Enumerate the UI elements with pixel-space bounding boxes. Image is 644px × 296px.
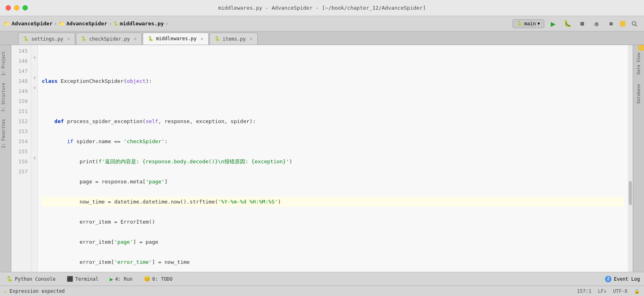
terminal-button[interactable]: ⬛ Terminal	[64, 275, 101, 283]
status-bar: ⚠ Expression expected 157:1 LF↕ UTF-8 🔒	[0, 286, 644, 296]
line-num-152: 152	[11, 116, 28, 126]
line-num-151: 151	[11, 106, 28, 116]
line-numbers: 145 146 147 148 149 150 151 152 153 154 …	[11, 45, 31, 272]
line-num-155: 155	[11, 146, 28, 156]
line-num-157: 157	[11, 166, 28, 177]
tab-settings[interactable]: 🐍 settings.py ✕	[18, 33, 75, 45]
code-line-146: class ExceptionCheckSpider(object):	[42, 76, 624, 86]
line-ending: LF↕	[598, 288, 607, 294]
event-log-label[interactable]: Event Log	[614, 276, 640, 282]
breadcrumb-root[interactable]: AdvanceSpider	[12, 21, 53, 27]
encoding: UTF-8	[613, 288, 628, 294]
chevron-down-icon: ▼	[537, 21, 540, 26]
line-num-148: 148	[11, 76, 28, 86]
close-button[interactable]	[6, 5, 11, 10]
line-num-146: 146	[11, 56, 28, 66]
left-sidebar: 1: Project 7: Structure 2: Favorites	[0, 45, 11, 272]
status-right: 157:1 LF↕ UTF-8 🔒	[577, 288, 640, 294]
format-button[interactable]: ≡	[605, 18, 617, 29]
code-line-152: now_time = datetime.datetime.now().strft…	[42, 197, 624, 207]
bottom-toolbar: 🐍 Python Console ⬛ Terminal ▶ 4: Run 😊 6…	[0, 272, 644, 286]
sidebar-favorites[interactable]: 2: Favorites	[0, 116, 11, 151]
breadcrumb-file[interactable]: middlewares.py	[120, 21, 164, 27]
code-line-148: def process_spider_exception(self, respo…	[42, 116, 624, 126]
tab-items[interactable]: 🐍 items.py ✕	[209, 33, 258, 45]
tabs-bar: 🐍 settings.py ✕ 🐍 checkSpider.py ✕ 🐍 mid…	[0, 31, 644, 45]
code-line-154: error_item['page'] = page	[42, 237, 624, 247]
python-console-icon: 🐍	[6, 276, 13, 282]
code-content[interactable]: class ExceptionCheckSpider(object): def …	[38, 45, 628, 272]
scrollbar-thumb[interactable]	[629, 181, 632, 205]
code-gutter: ▽ ▽ ▽ ▽	[31, 45, 38, 272]
toolbar-right: 🐍 main ▼ ▶ 🐛 ⊞ ◎ ≡	[513, 18, 640, 29]
editor-scrollbar[interactable]	[628, 45, 633, 272]
checkspider-tab-icon: 🐍	[81, 36, 87, 41]
svg-line-1	[636, 25, 637, 26]
maximize-button[interactable]	[23, 5, 28, 10]
tab-middlewares[interactable]: 🐍 middlewares.py ✕	[143, 33, 209, 45]
code-line-153: error_item = ErrorItem()	[42, 217, 624, 227]
branch-selector[interactable]: 🐍 main ▼	[513, 19, 544, 28]
code-line-155: error_item['error_time'] = now_time	[42, 257, 624, 267]
breadcrumb-sep-3: ›	[166, 21, 168, 27]
debug-button[interactable]: 🐛	[562, 18, 573, 29]
middlewares-tab-icon: 🐍	[148, 36, 154, 41]
right-sidebar: Data View Database	[633, 45, 644, 272]
todo-icon: 😊	[144, 276, 150, 282]
breadcrumb: 📁 AdvanceSpider › 📁 AdvanceSpider › 🐍 mi…	[4, 21, 511, 27]
python-console-button[interactable]: 🐍 Python Console	[4, 275, 58, 283]
breadcrumb-sep-2: ›	[109, 21, 112, 27]
line-num-150: 150	[11, 96, 28, 106]
breadcrumb-sep-1: ›	[54, 21, 57, 27]
fold-148[interactable]: ▽	[32, 75, 37, 80]
cursor-position: 157:1	[577, 288, 591, 294]
line-num-156: 156	[11, 156, 28, 166]
tab-items-close[interactable]: ✕	[250, 36, 252, 41]
terminal-label: Terminal	[75, 276, 98, 282]
fold-156[interactable]: ▽	[32, 156, 37, 160]
settings-tab-icon: 🐍	[23, 36, 29, 41]
sidebar-database[interactable]: Database	[635, 80, 642, 108]
python-console-label: Python Console	[15, 276, 55, 282]
run-panel-button[interactable]: ▶ 4: Run	[107, 275, 135, 284]
window-title: middlewares.py - AdvanceSpider - [~/book…	[218, 5, 426, 11]
tab-checkspider-close[interactable]: ✕	[134, 36, 137, 41]
sidebar-project[interactable]: 1: Project	[0, 48, 11, 79]
todo-button[interactable]: 😊 6: TODO	[142, 275, 175, 283]
tab-settings-close[interactable]: ✕	[67, 36, 70, 41]
line-num-145: 145	[11, 46, 28, 56]
profile-button[interactable]: ◎	[591, 18, 602, 29]
sidebar-structure[interactable]: 7: Structure	[0, 80, 11, 115]
coverage-button[interactable]: ⊞	[576, 18, 588, 29]
main-toolbar: 📁 AdvanceSpider › 📁 AdvanceSpider › 🐍 mi…	[0, 16, 644, 31]
warning-icon: ⚠	[4, 288, 7, 294]
title-bar: middlewares.py - AdvanceSpider - [~/book…	[0, 0, 644, 16]
tab-middlewares-close[interactable]: ✕	[201, 36, 203, 41]
run-panel-label: 4: Run	[115, 276, 132, 282]
tab-checkspider[interactable]: 🐍 checkSpider.py ✕	[76, 33, 142, 45]
more-button[interactable]	[620, 21, 626, 27]
window-controls	[6, 5, 28, 10]
tab-settings-label: settings.py	[31, 36, 63, 42]
code-line-150: print(f'返回的内容是: {response.body.decode()}…	[42, 156, 624, 166]
branch-label: main	[524, 21, 536, 27]
code-line-147	[42, 96, 624, 106]
sidebar-dataview[interactable]: Data View	[635, 48, 642, 79]
fold-146[interactable]: ▽	[32, 55, 37, 60]
search-button[interactable]	[629, 18, 640, 29]
line-num-154: 154	[11, 136, 28, 146]
run-panel-icon: ▶	[110, 276, 113, 282]
run-button[interactable]: ▶	[548, 18, 559, 29]
code-line-151: page = response.meta['page']	[42, 177, 624, 187]
status-left: ⚠ Expression expected	[4, 288, 65, 294]
status-warning-text: Expression expected	[10, 288, 65, 294]
minimize-button[interactable]	[14, 5, 19, 10]
event-log-section: 2 Event Log	[605, 276, 640, 282]
tab-checkspider-label: checkSpider.py	[89, 36, 130, 42]
fold-149[interactable]: ▽	[32, 85, 37, 90]
breadcrumb-mid[interactable]: AdvanceSpider	[66, 21, 107, 27]
todo-label: 6: TODO	[152, 276, 173, 282]
main-area: 1: Project 7: Structure 2: Favorites 145…	[0, 45, 644, 272]
line-num-153: 153	[11, 126, 28, 136]
lock-icon: 🔒	[634, 288, 640, 294]
